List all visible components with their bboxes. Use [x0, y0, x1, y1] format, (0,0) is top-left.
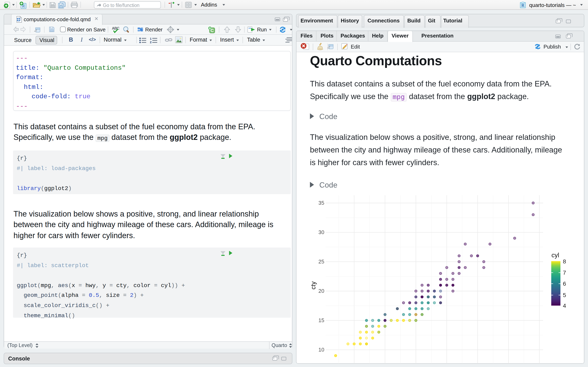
svg-text:15: 15 [318, 317, 324, 323]
svg-text:8: 8 [563, 258, 566, 265]
svg-text:cyl: cyl [552, 252, 559, 259]
svg-text:ABC: ABC [112, 26, 120, 30]
svg-text:4: 4 [563, 303, 566, 309]
svg-text:cty: cty [310, 281, 317, 290]
svg-text:20: 20 [318, 288, 324, 294]
svg-text:30: 30 [318, 229, 324, 235]
svg-text:35: 35 [318, 200, 324, 206]
svg-text:1: 1 [150, 37, 151, 40]
svg-text:25: 25 [318, 259, 324, 265]
svg-text:5: 5 [563, 292, 566, 298]
svg-text:7: 7 [563, 269, 566, 276]
svg-text:6: 6 [563, 281, 566, 287]
svg-text:2: 2 [150, 40, 151, 43]
svg-text:10: 10 [318, 347, 324, 353]
svg-text:R: R [521, 3, 525, 8]
